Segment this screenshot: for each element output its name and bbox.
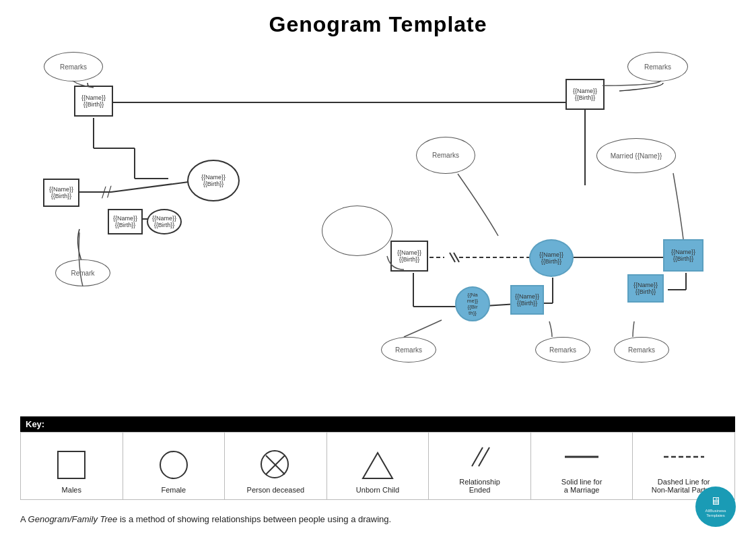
- key-cell-female: Female: [123, 433, 225, 500]
- key-cell-solid-line: Solid line fora Marriage: [530, 433, 633, 500]
- key-label-unborn: Unborn Child: [331, 486, 425, 494]
- svg-marker-26: [363, 453, 392, 478]
- speech-bubble-remarks-top-right: Remarks: [627, 52, 688, 82]
- key-cell-males: Males: [21, 433, 123, 500]
- geno-circle-blue-center: {{Name}}{{Birth}}: [529, 239, 574, 277]
- dashed-line-symbol: [660, 442, 708, 472]
- geno-box-center: {{Name}}{{Birth}}: [390, 241, 428, 272]
- deceased-x-lines: [261, 450, 290, 480]
- key-symbol-relationship: [433, 438, 526, 475]
- key-symbols-row: Males Female Perso: [21, 433, 735, 500]
- males-box-symbol: [57, 451, 85, 479]
- geno-circle-child-left-2: {{Name}}{{Birth}}: [147, 209, 182, 234]
- key-label-deceased: Person deceased: [229, 486, 322, 494]
- solid-line-symbol: [561, 442, 602, 472]
- key-section: Key: Males Female: [20, 416, 735, 500]
- key-symbol-solid-line: [535, 438, 629, 475]
- svg-line-27: [472, 447, 483, 466]
- svg-line-28: [479, 447, 489, 466]
- key-symbol-deceased: [229, 446, 322, 483]
- speech-bubble-remark-left: Remark: [55, 259, 110, 286]
- key-header: Key:: [20, 416, 735, 432]
- divorce-marks: ╱╱: [100, 186, 113, 199]
- deceased-circle-symbol: [261, 450, 290, 480]
- svg-line-12: [450, 253, 455, 262]
- female-circle-symbol: [160, 451, 188, 479]
- key-label-solid-line: Solid line fora Marriage: [535, 478, 629, 494]
- logo-text: AllBusinessTemplates: [705, 509, 726, 518]
- svg-line-13: [454, 253, 459, 262]
- geno-box-blue-child: {{Name}}{{Birth}}: [510, 285, 544, 315]
- key-cell-deceased: Person deceased: [225, 433, 327, 500]
- speech-bubble-married: Married {{Name}}: [596, 138, 676, 173]
- geno-box-blue-right: {{Name}}{{Birth}}: [663, 239, 703, 272]
- speech-bubble-remarks-bottom2: Remarks: [535, 337, 590, 363]
- svg-line-7: [111, 182, 188, 192]
- allbusiness-logo: 🖥 AllBusinessTemplates: [695, 486, 736, 527]
- key-symbol-males: [25, 446, 118, 483]
- geno-box-blue-right-lower: {{Name}}{{Birth}}: [627, 274, 664, 303]
- key-cell-relationship: RelationshipEnded: [429, 433, 531, 500]
- key-cell-unborn: Unborn Child: [327, 433, 429, 500]
- geno-circle-left: {{Name}}{{Birth}}: [187, 160, 240, 201]
- key-symbol-female: [127, 446, 221, 483]
- relationship-ended-symbol: [464, 442, 496, 472]
- speech-bubble-large-middle: [322, 206, 392, 256]
- speech-bubble-remarks-bottom3: Remarks: [614, 337, 669, 363]
- speech-bubble-remarks-bottom1: Remarks: [381, 337, 436, 363]
- unborn-triangle-symbol: [362, 450, 394, 480]
- speech-bubble-remarks-top-left: Remarks: [44, 52, 103, 82]
- footer-text: A Genogram/Family Tree is a method of sh…: [20, 514, 391, 524]
- geno-box-top-right: {{Name}}{{Birth}}: [565, 79, 605, 110]
- logo-icon: 🖥: [710, 495, 721, 507]
- key-symbol-dashed-line: [637, 438, 730, 475]
- key-table: Males Female Perso: [20, 432, 735, 500]
- geno-box-left-mid: {{Name}}{{Birth}}: [43, 179, 79, 207]
- footer-italic: Genogram/Family Tree: [28, 514, 118, 524]
- geno-box-1: {{Name}}{{Birth}}: [74, 86, 113, 117]
- key-label-males: Males: [25, 486, 118, 494]
- key-symbol-unborn: [331, 446, 425, 483]
- page-title: Genogram Template: [0, 0, 756, 37]
- geno-circle-blue-child: {{Name}}{{Birth}}: [455, 286, 490, 321]
- geno-box-child-left-1: {{Name}}{{Birth}}: [108, 209, 143, 234]
- diagram-area: Remarks Remarks Remarks Married {{Name}}…: [0, 37, 756, 414]
- key-label-relationship: RelationshipEnded: [433, 478, 526, 494]
- speech-bubble-remarks-middle: Remarks: [416, 137, 475, 174]
- key-label-female: Female: [127, 486, 221, 494]
